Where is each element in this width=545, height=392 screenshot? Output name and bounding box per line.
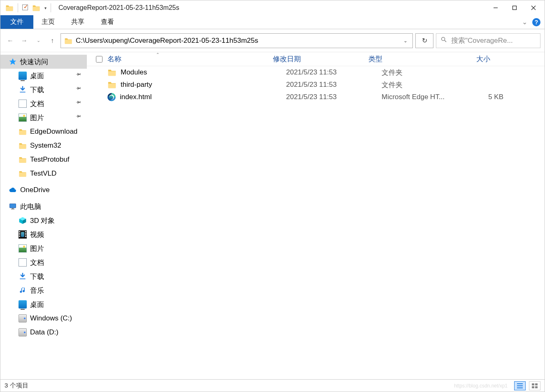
view-icons-button[interactable]: [529, 381, 540, 390]
address-folder-icon: [64, 37, 72, 45]
ribbon-expand-icon[interactable]: ⌄: [522, 18, 527, 26]
column-name[interactable]: 名称 ⌃: [107, 54, 273, 64]
window-title: CoverageReport-2021-05-23-11h53m25s: [54, 4, 179, 12]
tab-home[interactable]: 主页: [33, 15, 63, 29]
sidebar-onedrive[interactable]: OneDrive: [0, 183, 87, 197]
nav-forward-button[interactable]: →: [19, 35, 30, 46]
nav-recent-dropdown[interactable]: ⌄: [33, 35, 44, 46]
file-date: 2021/5/23 11:53: [286, 81, 382, 89]
qat-folder-icon[interactable]: [32, 4, 40, 12]
nav-up-button[interactable]: ↑: [47, 35, 58, 46]
refresh-button[interactable]: ↻: [415, 33, 433, 48]
help-icon[interactable]: ?: [532, 18, 540, 26]
address-input[interactable]: [75, 36, 402, 45]
column-headers: 名称 ⌃ 修改日期 类型 大小: [87, 52, 545, 66]
sidebar-item-label: Data (D:): [30, 328, 58, 336]
folder-icon: [19, 155, 27, 164]
file-name: Modules: [121, 68, 147, 77]
sidebar-quick-access[interactable]: 快速访问: [0, 55, 87, 69]
pc-icon: [9, 202, 17, 211]
sidebar-item-label: TestVLD: [30, 169, 56, 178]
qat-properties-icon[interactable]: ✓: [22, 5, 28, 12]
maximize-button[interactable]: [505, 2, 524, 14]
drive-icon: [19, 314, 27, 322]
sidebar-item[interactable]: 图片: [0, 241, 87, 255]
document-icon: [19, 258, 27, 267]
sidebar-this-pc[interactable]: 此电脑: [0, 199, 87, 213]
tab-file[interactable]: 文件: [0, 15, 33, 29]
sidebar-item[interactable]: 文档: [0, 97, 87, 111]
column-size[interactable]: 大小: [449, 54, 498, 64]
sidebar-item[interactable]: 音乐: [0, 283, 87, 297]
tab-share[interactable]: 共享: [63, 15, 93, 29]
sidebar-item[interactable]: 桌面: [0, 69, 87, 83]
svg-rect-14: [535, 383, 538, 385]
column-checkbox[interactable]: [94, 55, 107, 64]
sidebar-item[interactable]: 文档: [0, 255, 87, 269]
file-name: third-party: [121, 81, 152, 89]
separator: [51, 3, 51, 12]
file-list: 名称 ⌃ 修改日期 类型 大小 Modules2021/5/23 11:53文件…: [87, 52, 545, 379]
separator: [18, 3, 18, 12]
sort-indicator-icon: ⌃: [156, 52, 159, 57]
sidebar-item[interactable]: Data (D:): [0, 325, 87, 339]
music-icon: [19, 286, 27, 295]
document-icon: [19, 100, 27, 108]
sidebar-item[interactable]: TestVLD: [0, 167, 87, 181]
sidebar-item-label: EdgeDownload: [30, 128, 77, 136]
column-type[interactable]: 类型: [368, 54, 449, 64]
address-bar-row: ← → ⌄ ↑ ⌄ ↻ 搜索"CoverageRe...: [0, 29, 545, 52]
qat-dropdown-icon[interactable]: ▾: [44, 6, 47, 10]
file-type: Microsoft Edge HT...: [382, 93, 462, 101]
sidebar-item-label: 桌面: [30, 71, 44, 81]
file-row[interactable]: index.html2021/5/23 11:53Microsoft Edge …: [87, 91, 545, 103]
address-field[interactable]: ⌄: [61, 33, 413, 48]
sidebar-item[interactable]: System32: [0, 139, 87, 153]
tab-view[interactable]: 查看: [93, 15, 122, 29]
sidebar-item-label: 下载: [30, 85, 44, 95]
folder-icon: [19, 169, 27, 178]
close-button[interactable]: [524, 2, 543, 14]
svg-rect-16: [535, 386, 538, 388]
sidebar-item[interactable]: TestProtobuf: [0, 153, 87, 167]
svg-rect-5: [513, 6, 517, 10]
sidebar-item[interactable]: 桌面: [0, 297, 87, 311]
sidebar-item[interactable]: 下载: [0, 269, 87, 283]
column-date[interactable]: 修改日期: [273, 54, 368, 64]
search-icon: [440, 36, 447, 45]
sidebar-this-pc-label: 此电脑: [20, 202, 41, 211]
video-icon: [19, 230, 27, 239]
3d-objects-icon: [19, 216, 27, 225]
search-field[interactable]: 搜索"CoverageRe...: [436, 33, 540, 48]
sidebar-item-label: System32: [30, 141, 61, 150]
svg-rect-15: [532, 386, 534, 388]
navigation-pane[interactable]: 快速访问 桌面下载文档图片EdgeDownloadSystem32TestPro…: [0, 52, 87, 379]
sidebar-item[interactable]: 视频: [0, 227, 87, 241]
sidebar-item-label: 音乐: [30, 286, 44, 295]
file-type: 文件夹: [382, 80, 462, 90]
file-row[interactable]: third-party2021/5/23 11:53文件夹: [87, 79, 545, 91]
sidebar-item[interactable]: 下载: [0, 83, 87, 97]
sidebar-onedrive-label: OneDrive: [20, 186, 50, 194]
address-dropdown-icon[interactable]: ⌄: [402, 38, 409, 44]
svg-rect-11: [517, 385, 523, 386]
sidebar-item[interactable]: EdgeDownload: [0, 125, 87, 139]
minimize-button[interactable]: [486, 2, 505, 14]
pin-icon: [75, 112, 85, 123]
sidebar-quick-access-label: 快速访问: [20, 57, 48, 67]
view-details-button[interactable]: [514, 381, 526, 390]
file-size: 5 KB: [462, 93, 512, 101]
file-rows[interactable]: Modules2021/5/23 11:53文件夹third-party2021…: [87, 66, 545, 379]
svg-rect-12: [517, 387, 523, 388]
svg-point-8: [442, 37, 445, 41]
sidebar-item[interactable]: 3D 对象: [0, 213, 87, 227]
sidebar-item[interactable]: Windows (C:): [0, 311, 87, 325]
folder-icon: [19, 141, 27, 150]
nav-back-button[interactable]: ←: [5, 35, 16, 46]
drive-icon: [19, 328, 27, 336]
file-row[interactable]: Modules2021/5/23 11:53文件夹: [87, 66, 545, 79]
pin-icon: [75, 70, 85, 81]
sidebar-item[interactable]: 图片: [0, 111, 87, 125]
sidebar-item-label: TestProtobuf: [30, 155, 69, 164]
pictures-icon: [19, 244, 27, 253]
